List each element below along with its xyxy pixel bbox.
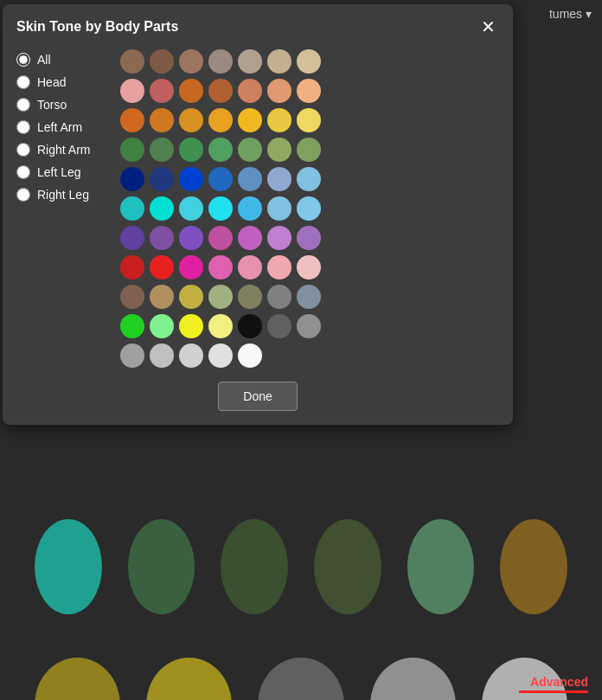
color-swatch-6-5[interactable]	[267, 226, 291, 250]
color-swatch-7-5[interactable]	[267, 255, 291, 279]
color-swatch-0-2[interactable]	[179, 49, 203, 74]
color-row-3	[120, 138, 499, 162]
color-swatch-0-4[interactable]	[238, 49, 262, 74]
color-swatch-5-4[interactable]	[238, 196, 262, 221]
color-swatch-10-1[interactable]	[150, 344, 174, 368]
color-swatch-5-0[interactable]	[120, 196, 144, 221]
color-swatch-1-2[interactable]	[179, 79, 203, 103]
color-swatch-9-4[interactable]	[238, 314, 262, 338]
color-swatch-8-1[interactable]	[150, 285, 174, 309]
color-swatch-4-4[interactable]	[238, 167, 262, 191]
radio-input-right_leg[interactable]	[16, 188, 30, 202]
color-swatch-2-2[interactable]	[179, 108, 203, 132]
color-swatch-4-1[interactable]	[150, 167, 174, 191]
color-swatch-1-1[interactable]	[150, 79, 174, 103]
color-swatch-4-3[interactable]	[208, 167, 233, 191]
radio-input-all[interactable]	[16, 53, 30, 67]
color-row-6	[120, 226, 499, 250]
color-swatch-1-0[interactable]	[120, 79, 144, 103]
color-swatch-9-6[interactable]	[297, 314, 321, 338]
color-swatch-2-5[interactable]	[267, 108, 291, 132]
radio-input-torso[interactable]	[16, 98, 30, 112]
color-swatch-10-2[interactable]	[179, 344, 203, 368]
color-swatch-8-3[interactable]	[208, 285, 233, 309]
close-button[interactable]: ✕	[477, 18, 499, 35]
radio-item-right_leg[interactable]: Right Leg	[16, 188, 103, 202]
radio-item-all[interactable]: All	[16, 53, 103, 67]
color-swatch-0-1[interactable]	[150, 49, 174, 74]
color-swatch-5-5[interactable]	[267, 196, 291, 221]
color-swatch-10-0[interactable]	[120, 344, 144, 368]
color-swatch-8-5[interactable]	[267, 285, 291, 309]
color-swatch-7-3[interactable]	[208, 255, 233, 279]
color-swatch-8-0[interactable]	[120, 285, 144, 309]
color-swatch-10-4[interactable]	[238, 344, 262, 368]
color-swatch-6-1[interactable]	[150, 226, 174, 250]
color-swatch-6-4[interactable]	[238, 226, 262, 250]
radio-item-head[interactable]: Head	[16, 75, 103, 89]
color-swatch-9-2[interactable]	[179, 314, 203, 338]
radio-item-left_arm[interactable]: Left Arm	[16, 120, 103, 134]
color-swatch-2-6[interactable]	[297, 108, 321, 132]
top-bar-label[interactable]: tumes ▾	[549, 7, 592, 21]
radio-input-left_leg[interactable]	[16, 165, 30, 179]
color-swatch-0-3[interactable]	[208, 49, 233, 74]
bg-circle-4	[407, 519, 475, 614]
color-swatch-7-4[interactable]	[238, 255, 262, 279]
radio-input-head[interactable]	[16, 75, 30, 89]
color-swatch-6-6[interactable]	[297, 226, 321, 250]
color-swatch-6-2[interactable]	[179, 226, 203, 250]
color-swatch-5-3[interactable]	[208, 196, 233, 221]
radio-input-left_arm[interactable]	[16, 120, 30, 134]
color-swatch-8-4[interactable]	[238, 285, 262, 309]
color-swatch-2-0[interactable]	[120, 108, 144, 132]
color-swatch-1-6[interactable]	[297, 79, 321, 103]
color-swatch-0-5[interactable]	[267, 49, 291, 74]
radio-item-left_leg[interactable]: Left Leg	[16, 165, 103, 179]
color-swatch-6-3[interactable]	[208, 226, 233, 250]
color-swatch-2-1[interactable]	[150, 108, 174, 132]
color-swatch-3-1[interactable]	[150, 138, 174, 162]
color-swatch-9-0[interactable]	[120, 314, 144, 338]
advanced-bar: Advanced	[505, 668, 602, 700]
color-swatch-4-6[interactable]	[297, 167, 321, 191]
radio-input-right_arm[interactable]	[16, 143, 30, 157]
color-swatch-1-5[interactable]	[267, 79, 291, 103]
done-button[interactable]: Done	[218, 382, 297, 411]
color-swatch-4-2[interactable]	[179, 167, 203, 191]
color-swatch-9-1[interactable]	[150, 314, 174, 338]
color-swatch-5-6[interactable]	[297, 196, 321, 221]
color-swatch-5-1[interactable]	[150, 196, 174, 221]
color-swatch-7-2[interactable]	[179, 255, 203, 279]
color-swatch-9-3[interactable]	[208, 314, 233, 338]
color-swatch-2-4[interactable]	[238, 108, 262, 132]
color-swatch-7-0[interactable]	[120, 255, 144, 279]
color-swatch-7-6[interactable]	[297, 255, 321, 279]
color-swatch-5-2[interactable]	[179, 196, 203, 221]
color-swatch-2-3[interactable]	[208, 108, 233, 132]
color-swatch-1-3[interactable]	[208, 79, 233, 103]
color-swatch-0-0[interactable]	[120, 49, 144, 74]
color-swatch-3-6[interactable]	[297, 138, 321, 162]
color-swatch-4-5[interactable]	[267, 167, 291, 191]
color-swatch-9-5[interactable]	[267, 314, 291, 338]
radio-item-torso[interactable]: Torso	[16, 98, 103, 112]
color-swatch-1-4[interactable]	[238, 79, 262, 103]
color-swatch-10-3[interactable]	[208, 344, 233, 368]
color-swatch-3-4[interactable]	[238, 138, 262, 162]
color-swatch-8-6[interactable]	[297, 285, 321, 309]
color-swatch-0-6[interactable]	[297, 49, 321, 74]
color-swatch-4-0[interactable]	[120, 167, 144, 191]
color-swatch-3-3[interactable]	[208, 138, 233, 162]
color-swatch-3-2[interactable]	[179, 138, 203, 162]
bg-circle-row2-1	[146, 658, 232, 700]
advanced-label[interactable]: Advanced	[530, 675, 588, 689]
color-swatch-7-1[interactable]	[150, 255, 174, 279]
radio-item-right_arm[interactable]: Right Arm	[16, 143, 103, 157]
bg-circle-0	[35, 519, 102, 614]
color-swatch-3-5[interactable]	[267, 138, 291, 162]
color-swatch-3-0[interactable]	[120, 138, 144, 162]
color-swatch-6-0[interactable]	[120, 226, 144, 250]
color-swatch-8-2[interactable]	[179, 285, 203, 309]
dialog-header: Skin Tone by Body Parts ✕	[16, 18, 499, 35]
